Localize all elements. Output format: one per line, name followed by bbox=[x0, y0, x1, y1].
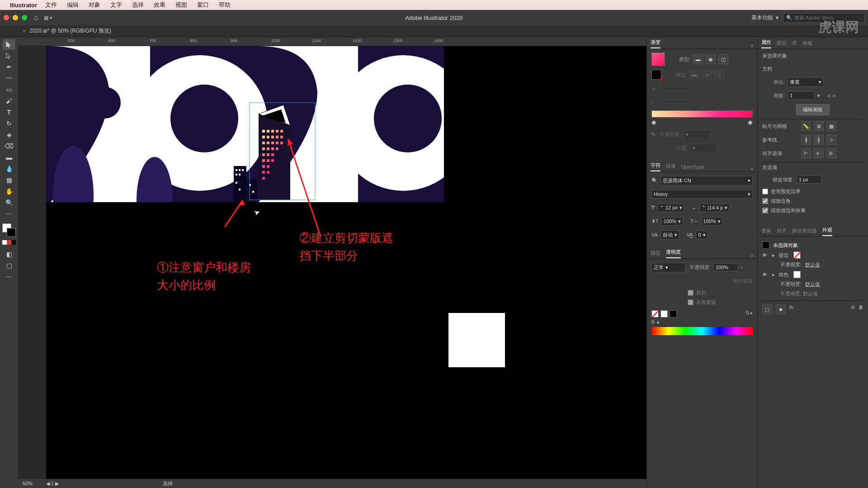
draw-mode[interactable]: ◧ bbox=[3, 249, 15, 260]
search-icon[interactable]: 🔍 bbox=[651, 178, 658, 184]
horizontal-ruler[interactable]: 500 600 700 800 900 1000 1100 1200 1300 … bbox=[18, 37, 646, 46]
delete-icon[interactable]: 🗑 bbox=[859, 304, 863, 314]
snap-point-icon[interactable]: ⊢ bbox=[801, 148, 811, 158]
pen-tool[interactable]: ✒ bbox=[3, 62, 15, 72]
snap-grid-icon[interactable]: ⊩ bbox=[814, 148, 824, 158]
artboard-tool[interactable]: ▦ bbox=[3, 175, 15, 185]
guides-toggle-icon[interactable]: ╂ bbox=[801, 135, 811, 145]
chevron-down-icon[interactable]: ▾ bbox=[817, 93, 820, 99]
snap-pixel-icon[interactable]: ⊪ bbox=[826, 148, 836, 158]
scale-corners-checkbox[interactable] bbox=[762, 198, 768, 204]
freeform-gradient-icon[interactable]: ◫ bbox=[718, 54, 728, 64]
menu-select[interactable]: 选择 bbox=[132, 1, 144, 9]
font-weight-dropdown[interactable]: Heavy▾ bbox=[651, 190, 753, 199]
preview-bounds-checkbox[interactable] bbox=[762, 189, 768, 194]
workspace-switcher[interactable]: 基本功能▾ bbox=[751, 14, 778, 22]
tab-properties[interactable]: 属性 bbox=[761, 39, 771, 48]
smart-guides-icon[interactable]: ⊹ bbox=[826, 135, 836, 145]
tab-gradient[interactable]: 渐变 bbox=[651, 39, 660, 48]
kerning-input[interactable]: 自动 ▾ bbox=[660, 230, 679, 240]
tab-transform[interactable]: 变换 bbox=[761, 227, 771, 236]
next-artboard-icon[interactable]: ▶ bbox=[833, 93, 836, 99]
menu-window[interactable]: 窗口 bbox=[197, 1, 209, 9]
add-effect-icon[interactable]: fx. bbox=[789, 304, 795, 314]
type-tool[interactable]: T bbox=[3, 107, 15, 118]
expand-icon[interactable]: ▸ bbox=[772, 272, 775, 278]
more-tools[interactable]: ⋯ bbox=[3, 271, 15, 282]
eye-icon[interactable]: 👁 bbox=[762, 272, 769, 277]
ruler-icon[interactable]: 📏 bbox=[801, 121, 811, 131]
edit-artboards-button[interactable]: 编辑画板 bbox=[796, 104, 830, 115]
rotate-tool[interactable]: ↻ bbox=[3, 118, 15, 129]
home-icon[interactable]: ⌂ bbox=[34, 14, 38, 22]
eyedropper-tool[interactable]: 💧 bbox=[3, 163, 15, 174]
maximize-window-button[interactable] bbox=[22, 15, 27, 20]
radial-gradient-icon[interactable]: ◉ bbox=[706, 54, 716, 64]
tab-transparency[interactable]: 透明度 bbox=[666, 249, 681, 258]
expand-icon[interactable]: ▸ bbox=[772, 252, 775, 258]
guides-lock-icon[interactable]: ╫ bbox=[814, 135, 824, 145]
edit-toolbar[interactable]: ⋯ bbox=[3, 208, 15, 219]
color-spectrum[interactable] bbox=[651, 327, 753, 335]
font-size-input[interactable]: ⌃12 px ▾ bbox=[657, 204, 684, 212]
none-swatch[interactable] bbox=[651, 310, 659, 317]
stroke-swatch[interactable] bbox=[651, 70, 661, 80]
rectangle-tool[interactable]: ▭ bbox=[3, 84, 15, 95]
add-stroke-icon[interactable]: ▢ bbox=[762, 304, 772, 314]
h-scale-input[interactable]: 100% ▾ bbox=[701, 217, 723, 226]
units-dropdown[interactable]: 像素 ▾ bbox=[788, 77, 824, 87]
gradient-tool[interactable]: ▬ bbox=[3, 152, 15, 163]
curvature-tool[interactable]: 〰 bbox=[3, 73, 15, 84]
linear-gradient-icon[interactable]: ▬ bbox=[693, 54, 703, 64]
fill-stroke-swatch[interactable] bbox=[2, 223, 16, 237]
tab-opentype[interactable]: OpenType bbox=[681, 164, 704, 171]
screen-mode[interactable]: ▢ bbox=[3, 260, 15, 271]
eraser-tool[interactable]: ⌫ bbox=[3, 141, 15, 152]
panel-menu-icon[interactable]: ≡ bbox=[751, 253, 754, 258]
menu-object[interactable]: 对象 bbox=[89, 1, 100, 9]
keyboard-increment-input[interactable]: 1 px bbox=[797, 175, 821, 184]
minimize-window-button[interactable] bbox=[13, 15, 18, 20]
tab-stroke[interactable]: 描边 bbox=[651, 250, 660, 258]
leading-input[interactable]: ⌃(14.4 p ▾ bbox=[699, 204, 730, 212]
menu-edit[interactable]: 编辑 bbox=[67, 1, 79, 9]
close-window-button[interactable] bbox=[4, 15, 9, 20]
tab-align[interactable]: 对齐 bbox=[777, 227, 787, 236]
scale-strokes-checkbox[interactable] bbox=[762, 208, 768, 213]
arrange-docs-icon[interactable]: ▦ ▾ bbox=[44, 15, 52, 21]
tracking-input[interactable]: 0 ▾ bbox=[696, 231, 708, 239]
paintbrush-tool[interactable]: 🖌 bbox=[3, 95, 15, 106]
transparency-grid-icon[interactable]: ▦ bbox=[826, 121, 836, 131]
menu-type[interactable]: 文字 bbox=[110, 1, 122, 9]
gradient-slider[interactable] bbox=[651, 110, 753, 118]
grid-icon[interactable]: ⊞ bbox=[814, 121, 824, 131]
color-mode-swatches[interactable] bbox=[2, 240, 16, 245]
direct-selection-tool[interactable] bbox=[3, 50, 15, 61]
zoom-level[interactable]: 50% bbox=[23, 481, 33, 486]
stroke-color-swatch[interactable] bbox=[793, 251, 801, 259]
tab-paragraph[interactable]: 段落 bbox=[666, 163, 676, 171]
add-fill-icon[interactable]: ■ bbox=[776, 304, 786, 314]
blend-mode-dropdown[interactable]: 正常 ▾ bbox=[651, 263, 685, 272]
prev-artboard-icon[interactable]: ◀ bbox=[826, 93, 830, 99]
v-scale-input[interactable]: 100% ▾ bbox=[661, 217, 683, 226]
canvas[interactable]: ➤ ①注意窗户和楼房大小的比例 ②建立剪切蒙版遮挡下半部分 bbox=[46, 46, 646, 488]
selection-tool[interactable] bbox=[3, 39, 15, 50]
tab-appearance[interactable]: 外观 bbox=[822, 227, 832, 236]
white-swatch[interactable] bbox=[660, 310, 668, 317]
menu-view[interactable]: 视图 bbox=[175, 1, 187, 9]
document-tab[interactable]: × 2020.ai* @ 50% (RGB/GPU 预览) bbox=[23, 27, 111, 35]
hand-tool[interactable]: ✋ bbox=[3, 186, 15, 197]
artboard-number-input[interactable]: 1 bbox=[788, 91, 815, 99]
menu-help[interactable]: 帮助 bbox=[219, 1, 231, 9]
gradient-preview-swatch[interactable] bbox=[651, 52, 665, 66]
search-input[interactable]: 🔍 搜索 Adobe Stock bbox=[783, 13, 864, 23]
opacity-slider-icon[interactable]: › bbox=[741, 265, 743, 270]
tab-character[interactable]: 字符 bbox=[651, 162, 660, 171]
tab-pathfinder[interactable]: 路径查找器 bbox=[792, 227, 817, 236]
panel-menu-icon[interactable]: ≡ bbox=[751, 166, 754, 171]
menu-file[interactable]: 文件 bbox=[45, 1, 57, 9]
menu-effect[interactable]: 效果 bbox=[154, 1, 165, 9]
tab-brushes[interactable]: 画笔 bbox=[802, 40, 812, 48]
black-swatch[interactable] bbox=[670, 310, 677, 317]
